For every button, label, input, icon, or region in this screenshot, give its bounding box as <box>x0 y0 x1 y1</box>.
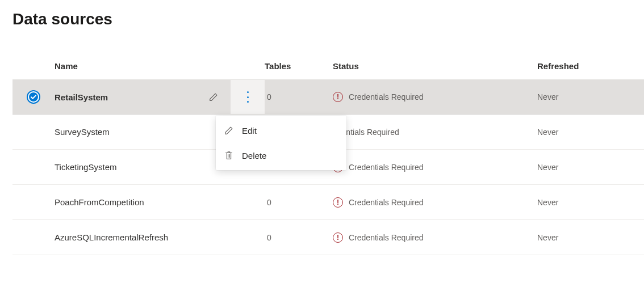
row-name: PoachFromCompetition <box>55 197 196 207</box>
row-status: Credentials Required <box>349 92 424 102</box>
row-tables: 0 <box>265 92 333 102</box>
column-header-name[interactable]: Name <box>55 61 196 71</box>
warning-icon <box>333 92 343 102</box>
row-status: Credentials Required <box>349 163 424 172</box>
row-refreshed: Never <box>537 92 644 102</box>
row-tables: 0 <box>265 233 333 242</box>
table-row[interactable]: AzureSQLIncrementalRefresh 0 Credentials… <box>12 220 644 255</box>
pencil-icon <box>224 125 234 136</box>
menu-item-label: Delete <box>242 151 266 160</box>
warning-icon <box>333 197 343 208</box>
table-row[interactable]: RetailSystem 0 Credentials Required Neve… <box>12 79 644 115</box>
table-header: Name Tables Status Refreshed <box>12 52 644 79</box>
warning-icon <box>333 232 343 243</box>
row-refreshed: Never <box>537 128 644 137</box>
row-status: Credentials Required <box>349 233 424 242</box>
context-menu: Edit Delete <box>216 116 346 170</box>
menu-item-delete[interactable]: Delete <box>216 143 346 168</box>
table-row[interactable]: PoachFromCompetition 0 Credentials Requi… <box>12 185 644 220</box>
trash-icon <box>224 150 234 160</box>
edit-icon[interactable] <box>204 88 223 106</box>
row-name: TicketingSystem <box>55 162 196 172</box>
row-name: RetailSystem <box>55 92 196 102</box>
row-refreshed: Never <box>537 233 644 242</box>
column-header-status[interactable]: Status <box>333 61 537 71</box>
menu-item-label: Edit <box>242 126 257 136</box>
more-actions-icon[interactable] <box>239 88 257 106</box>
page-title: Data sources <box>0 0 644 28</box>
row-name: SurveySystem <box>55 127 196 137</box>
row-refreshed: Never <box>537 163 644 172</box>
row-status: Credentials Required <box>349 198 424 207</box>
row-name: AzureSQLIncrementalRefresh <box>55 232 196 242</box>
column-header-tables[interactable]: Tables <box>265 61 333 71</box>
column-header-refreshed[interactable]: Refreshed <box>537 61 644 71</box>
checkmark-icon[interactable] <box>28 91 39 103</box>
row-refreshed: Never <box>537 198 644 207</box>
data-sources-table: Name Tables Status Refreshed RetailSyste… <box>12 52 644 255</box>
row-tables: 0 <box>265 198 333 207</box>
menu-item-edit[interactable]: Edit <box>216 118 346 143</box>
